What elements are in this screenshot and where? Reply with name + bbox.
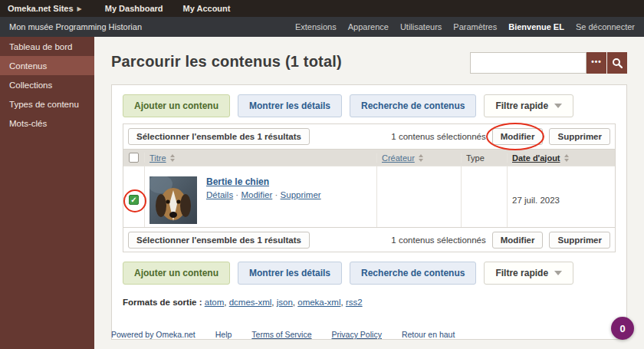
top-link-dashboard[interactable]: My Dashboard [105, 4, 163, 13]
search-button[interactable] [607, 52, 627, 74]
search-items-button[interactable]: Recherche de contenus [350, 94, 476, 117]
items-table-block: Sélectionner l'ensemble des 1 résultats … [123, 123, 616, 252]
advanced-search-button[interactable]: ••• [586, 52, 606, 74]
page-title: Parcourir les contenus (1 total) [111, 53, 342, 71]
sort-icon[interactable] [170, 154, 175, 162]
items-table: Titre Créateur Type Date d'ajout [123, 149, 615, 227]
table-row: ✓ [123, 166, 615, 227]
quick-filter-dropdown[interactable]: Filtre rapide [484, 94, 573, 117]
item-delete-link[interactable]: Supprimer [281, 190, 321, 199]
selected-count-bottom: 1 contenus sélectionnés [391, 235, 485, 245]
main-content: Parcourir les contenus (1 total) ••• Ajo… [94, 37, 644, 349]
sort-icon[interactable] [419, 154, 423, 162]
search-bar: ••• [470, 52, 627, 74]
comma: , [271, 298, 274, 307]
output-formats: Formats de sortie : atom, dcmes-xml, jso… [123, 298, 616, 307]
footer: Powered by Omeka.net Help Terms of Servi… [111, 330, 455, 339]
sidebar-item-contenus[interactable]: Contenus [0, 56, 94, 75]
footer-terms-link[interactable]: Terms of Service [251, 330, 311, 339]
sort-icon[interactable] [564, 154, 569, 162]
search-input[interactable] [470, 52, 586, 74]
welcome-user: Bienvenue EL [508, 22, 564, 31]
admin-link-apparence[interactable]: Apparence [348, 22, 389, 31]
item-edit-link[interactable]: Modifier [241, 190, 272, 199]
action-buttons-bottom: Ajouter un contenu Montrer les détails R… [123, 262, 616, 285]
column-header-type: Type [466, 153, 485, 163]
column-header-createur[interactable]: Créateur [382, 153, 415, 163]
column-header-date-ajout[interactable]: Date d'ajout [512, 153, 560, 163]
add-item-button-bottom[interactable]: Ajouter un contenu [123, 262, 230, 285]
caret-right-icon: ▶ [77, 5, 82, 12]
column-header-titre[interactable]: Titre [150, 153, 166, 163]
selected-count-top: 1 contenus sélectionnés [391, 132, 485, 141]
sidebar-item-collections[interactable]: Collections [0, 75, 94, 94]
admin-link-parametres[interactable]: Paramètres [453, 22, 497, 31]
batch-edit-button-top[interactable]: Modifier [492, 128, 544, 145]
logout-link[interactable]: Se déconnecter [576, 22, 635, 31]
top-link-account[interactable]: My Account [183, 4, 231, 13]
table-header-row: Titre Créateur Type Date d'ajout [123, 150, 615, 166]
item-action-links: Détails · Modifier · Supprimer [206, 190, 321, 199]
site-title[interactable]: Mon musée Programming Historian [9, 22, 142, 31]
link-separator: · [275, 190, 278, 199]
chat-notification-bubble[interactable]: 0 [611, 317, 634, 340]
item-details-link[interactable]: Détails [206, 190, 233, 199]
batch-edit-button-bottom[interactable]: Modifier [492, 232, 544, 249]
item-title-link[interactable]: Bertie le chien [206, 176, 321, 187]
content-panel: Ajouter un contenu Montrer les détails R… [111, 84, 627, 340]
footer-powered-by[interactable]: Powered by Omeka.net [111, 330, 196, 339]
quick-filter-label: Filtre rapide [495, 100, 548, 111]
format-link-dcmes-xml[interactable]: dcmes-xml [229, 298, 272, 307]
item-type-cell [462, 166, 508, 227]
link-separator: · [235, 190, 238, 199]
item-creator-cell [377, 166, 462, 227]
quick-filter-dropdown-bottom[interactable]: Filtre rapide [484, 262, 573, 285]
comma: , [293, 298, 295, 307]
item-thumbnail-dog[interactable] [150, 176, 197, 224]
quick-filter-label: Filtre rapide [495, 268, 548, 278]
select-all-button-top[interactable]: Sélectionner l'ensemble des 1 résultats [128, 128, 310, 145]
format-link-json[interactable]: json [277, 298, 293, 307]
chevron-down-icon [554, 271, 562, 275]
row-checkbox[interactable]: ✓ [129, 195, 139, 205]
show-details-button-bottom[interactable]: Montrer les détails [238, 262, 342, 285]
selection-bar-bottom: Sélectionner l'ensemble des 1 résultats … [123, 227, 615, 252]
search-icon [612, 58, 623, 68]
footer-help-link[interactable]: Help [215, 330, 232, 339]
search-items-button-bottom[interactable]: Recherche de contenus [350, 262, 476, 285]
sidebar-item-mots-cles[interactable]: Mots-clés [0, 114, 94, 133]
item-date-cell: 27 juil. 2023 [508, 166, 615, 227]
output-formats-label: Formats de sortie : [123, 298, 202, 307]
comma: , [340, 298, 343, 307]
admin-link-extensions[interactable]: Extensions [295, 22, 337, 31]
sidebar-item-tableau-de-bord[interactable]: Tableau de bord [0, 37, 94, 56]
chevron-down-icon [554, 104, 562, 108]
format-link-omeka-xml[interactable]: omeka-xml [297, 298, 340, 307]
select-all-button-bottom[interactable]: Sélectionner l'ensemble des 1 résultats [128, 232, 310, 249]
comma: , [224, 298, 226, 307]
top-bar: Omeka.net Sites ▶ My Dashboard My Accoun… [0, 0, 644, 17]
format-link-rss2[interactable]: rss2 [346, 298, 363, 307]
sidebar: Tableau de bord Contenus Collections Typ… [0, 37, 94, 349]
admin-bar: Mon musée Programming Historian Extensio… [0, 17, 644, 37]
admin-link-utilisateurs[interactable]: Utilisateurs [400, 22, 442, 31]
footer-privacy-link[interactable]: Privacy Policy [332, 330, 382, 339]
batch-delete-button-top[interactable]: Supprimer [549, 128, 610, 145]
ellipsis-icon: ••• [591, 58, 602, 66]
batch-delete-button-bottom[interactable]: Supprimer [549, 232, 610, 249]
add-item-button[interactable]: Ajouter un contenu [123, 94, 230, 117]
omeka-sites-menu[interactable]: Omeka.net Sites [8, 4, 74, 13]
action-buttons-top: Ajouter un contenu Montrer les détails R… [123, 94, 616, 117]
format-link-atom[interactable]: atom [205, 298, 225, 307]
select-all-checkbox[interactable] [129, 153, 139, 163]
sidebar-item-types-de-contenu[interactable]: Types de contenu [0, 94, 94, 114]
show-details-button[interactable]: Montrer les détails [238, 94, 342, 117]
footer-back-to-top-link[interactable]: Retour en haut [402, 330, 455, 339]
selection-bar-top: Sélectionner l'ensemble des 1 résultats … [123, 124, 615, 149]
